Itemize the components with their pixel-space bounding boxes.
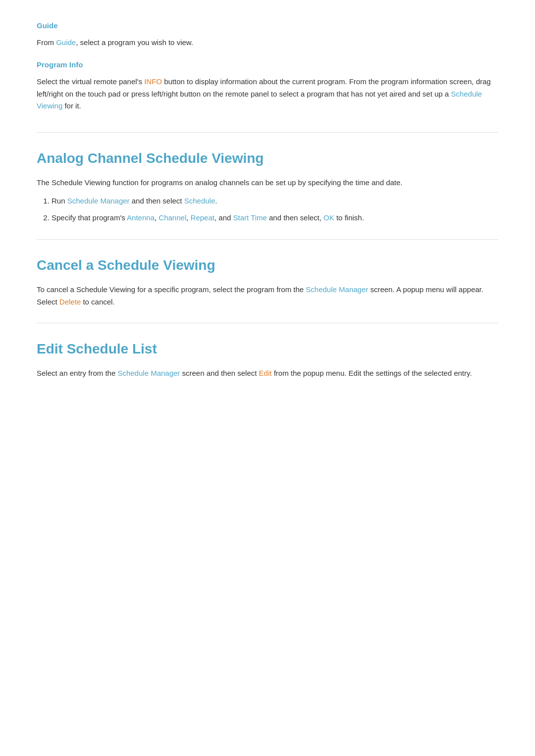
program-info-heading: Program Info bbox=[37, 59, 498, 71]
program-info-section: Program Info Select the virtual remote p… bbox=[37, 59, 498, 112]
analog-channel-steps: Run Schedule Manager and then select Sch… bbox=[52, 195, 498, 225]
analog-step-1: Run Schedule Manager and then select Sch… bbox=[52, 195, 498, 207]
step2-prefix: Specify that program's bbox=[52, 213, 127, 222]
program-info-body: Select the virtual remote panel's INFO b… bbox=[37, 76, 498, 112]
cancel-prefix: To cancel a Schedule Viewing for a speci… bbox=[37, 285, 306, 294]
step1-suffix: . bbox=[215, 197, 217, 205]
antenna-link[interactable]: Antenna bbox=[127, 213, 155, 222]
analog-step-2: Specify that program's Antenna, Channel,… bbox=[52, 212, 498, 224]
guide-body: From Guide, select a program you wish to… bbox=[37, 37, 498, 49]
edit-schedule-section: Edit Schedule List Select an entry from … bbox=[37, 323, 498, 380]
cancel-schedule-section: Cancel a Schedule Viewing To cancel a Sc… bbox=[37, 239, 498, 308]
guide-link[interactable]: Guide bbox=[56, 38, 76, 47]
analog-channel-intro: The Schedule Viewing function for progra… bbox=[37, 177, 498, 189]
channel-link[interactable]: Channel bbox=[159, 213, 186, 222]
program-info-prefix: Select the virtual remote panel's bbox=[37, 77, 144, 86]
ok-link[interactable]: OK bbox=[323, 213, 334, 222]
cancel-schedule-body: To cancel a Schedule Viewing for a speci… bbox=[37, 284, 498, 308]
cancel-suffix: to cancel. bbox=[81, 298, 114, 306]
edit-prefix: Select an entry from the bbox=[37, 369, 117, 377]
analog-channel-section: Analog Channel Schedule Viewing The Sche… bbox=[37, 132, 498, 224]
repeat-link[interactable]: Repeat bbox=[191, 213, 214, 222]
edit-suffix: from the popup menu. Edit the settings o… bbox=[271, 369, 472, 377]
edit-link[interactable]: Edit bbox=[259, 369, 272, 377]
edit-schedule-body: Select an entry from the Schedule Manage… bbox=[37, 367, 498, 380]
edit-schedule-heading: Edit Schedule List bbox=[37, 323, 498, 360]
guide-body-suffix: , select a program you wish to view. bbox=[76, 38, 193, 47]
guide-heading: Guide bbox=[37, 20, 498, 32]
step1-middle: and then select bbox=[130, 197, 184, 205]
cancel-schedule-heading: Cancel a Schedule Viewing bbox=[37, 239, 498, 277]
start-time-link[interactable]: Start Time bbox=[233, 213, 267, 222]
schedule-manager-link-3[interactable]: Schedule Manager bbox=[117, 369, 180, 377]
step2-middle: , and bbox=[214, 213, 233, 222]
analog-channel-heading: Analog Channel Schedule Viewing bbox=[37, 132, 498, 170]
guide-section: Guide From Guide, select a program you w… bbox=[37, 20, 498, 49]
schedule-manager-link-1[interactable]: Schedule Manager bbox=[67, 197, 130, 205]
step2-end: to finish. bbox=[334, 213, 364, 222]
step2-suffix: and then select, bbox=[267, 213, 323, 222]
schedule-manager-link-2[interactable]: Schedule Manager bbox=[306, 285, 368, 294]
program-info-suffix: for it. bbox=[62, 101, 81, 110]
info-link[interactable]: INFO bbox=[144, 77, 162, 86]
edit-middle: screen and then select bbox=[180, 369, 259, 377]
delete-link[interactable]: Delete bbox=[59, 298, 81, 306]
schedule-link-1[interactable]: Schedule bbox=[184, 197, 215, 205]
guide-body-prefix: From bbox=[37, 38, 56, 47]
step1-prefix: Run bbox=[52, 197, 67, 205]
